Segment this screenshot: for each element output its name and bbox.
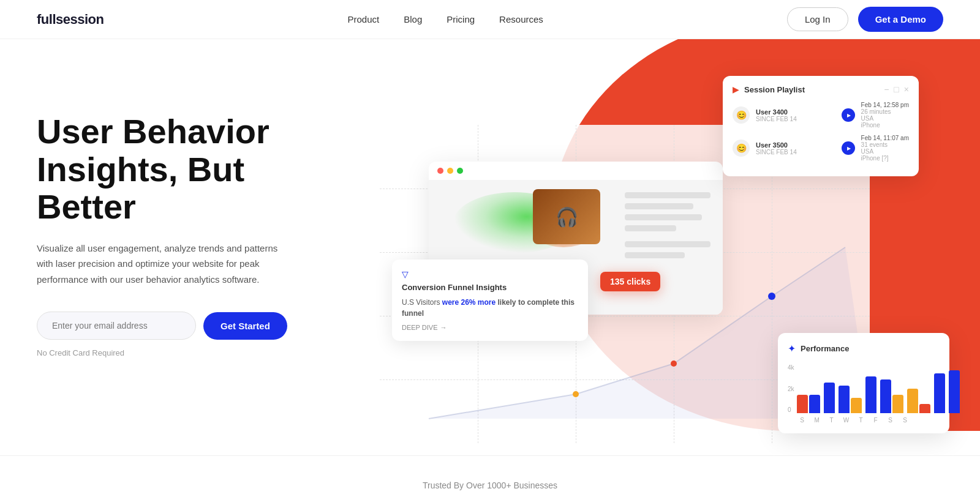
user1-date: Feb 14, 12:58 pm bbox=[861, 102, 909, 108]
nav-resources[interactable]: Resources bbox=[499, 14, 543, 24]
user2-since: SINCE FEB 14 bbox=[756, 149, 835, 155]
bar-red-1 bbox=[797, 395, 808, 413]
perf-y-axis: 4k 2k 0 bbox=[788, 364, 794, 413]
svg-point-2 bbox=[768, 293, 775, 300]
session-row-2: 😊 User 3500 SINCE FEB 14 Feb 14, 11:07 a… bbox=[733, 135, 909, 162]
bar-blue-1 bbox=[809, 395, 820, 413]
svg-point-1 bbox=[671, 361, 677, 367]
bar-blue-6 bbox=[934, 373, 945, 413]
bar-group-s2 bbox=[934, 373, 945, 413]
nav-blog[interactable]: Blog bbox=[404, 14, 422, 24]
skeleton-bar-5 bbox=[625, 241, 710, 247]
hero-section: User Behavior Insights, But Better Visua… bbox=[0, 39, 980, 455]
user2-avatar: 😊 bbox=[733, 140, 750, 157]
x-label-t2: T bbox=[856, 417, 867, 424]
bar-blue-7 bbox=[949, 370, 960, 413]
x-label-s3: S bbox=[900, 417, 911, 424]
minimize-icon[interactable]: − bbox=[884, 84, 889, 94]
user2-device: iPhone [?] bbox=[861, 155, 909, 162]
user1-events: 26 minutes bbox=[861, 108, 909, 115]
perf-card-title: Performance bbox=[801, 344, 849, 353]
bar-blue-5 bbox=[880, 379, 891, 413]
performance-card: ✦ Performance 4k 2k 0 bbox=[778, 333, 949, 433]
user2-time-info: Feb 14, 11:07 am 31 events USA iPhone [?… bbox=[861, 135, 909, 162]
session-playlist-card: ▶ Session Playlist − □ × 😊 User 3400 SIN… bbox=[723, 76, 919, 176]
bar-group-f bbox=[907, 389, 930, 413]
bar-orange-3 bbox=[907, 389, 918, 413]
product-image: 🎧 bbox=[533, 189, 600, 244]
bar-blue-3 bbox=[839, 386, 850, 413]
hero-content: User Behavior Insights, But Better Visua… bbox=[37, 76, 343, 357]
funnel-card-title: Conversion Funnel Insights bbox=[402, 283, 578, 292]
email-input[interactable] bbox=[37, 312, 196, 340]
perf-chart-container: 4k 2k 0 bbox=[788, 364, 940, 424]
logos-section: Trusted By Over 1000+ Businesses ⁘ POLYM… bbox=[0, 455, 980, 497]
window-controls bbox=[429, 162, 723, 180]
x-label-m: M bbox=[812, 417, 823, 424]
bar-orange-1 bbox=[851, 398, 862, 413]
session-card-header: ▶ Session Playlist − □ × bbox=[733, 84, 909, 94]
nav-product[interactable]: Product bbox=[348, 14, 380, 24]
funnel-icon: ▽ bbox=[402, 269, 578, 279]
user1-since: SINCE FEB 14 bbox=[756, 116, 835, 122]
email-cta-row: Get Started bbox=[37, 312, 343, 340]
x-label-s2: S bbox=[885, 417, 896, 424]
x-label-f: F bbox=[870, 417, 881, 424]
funnel-card-text: U.S Visitors were 26% more likely to com… bbox=[402, 297, 578, 319]
y-label-0: 0 bbox=[788, 406, 794, 413]
session-card-controls: − □ × bbox=[884, 84, 909, 94]
svg-point-0 bbox=[573, 391, 579, 397]
bar-group-s1 bbox=[797, 395, 820, 413]
user1-info: User 3400 SINCE FEB 14 bbox=[756, 108, 835, 122]
funnel-deep-dive-link[interactable]: DEEP DIVE → bbox=[402, 324, 578, 331]
skeleton-bar-1 bbox=[625, 192, 710, 198]
hero-title: User Behavior Insights, But Better bbox=[37, 113, 343, 226]
get-demo-button[interactable]: Get a Demo bbox=[858, 7, 943, 32]
nav-pricing[interactable]: Pricing bbox=[447, 14, 475, 24]
skeleton-bar-4 bbox=[625, 225, 676, 231]
user1-play-button[interactable] bbox=[842, 108, 855, 122]
hero-mockups: ▶ Session Playlist − □ × 😊 User 3400 SIN… bbox=[380, 76, 943, 455]
get-started-button[interactable]: Get Started bbox=[203, 312, 287, 340]
bar-red-2 bbox=[919, 404, 930, 413]
no-credit-card-note: No Credit Card Required bbox=[37, 348, 343, 357]
user2-events: 31 events bbox=[861, 141, 909, 148]
user1-id: User 3400 bbox=[756, 108, 835, 116]
user2-country: USA bbox=[861, 148, 909, 155]
user2-date: Feb 14, 11:07 am bbox=[861, 135, 909, 141]
bar-blue-4 bbox=[865, 376, 876, 413]
user1-device: iPhone bbox=[861, 122, 909, 129]
user2-play-button[interactable] bbox=[842, 141, 855, 155]
y-label-4k: 4k bbox=[788, 364, 794, 371]
close-icon[interactable]: × bbox=[904, 84, 909, 94]
maximize-dot bbox=[457, 168, 463, 174]
maximize-icon[interactable]: □ bbox=[894, 84, 899, 94]
clicks-badge: 135 clicks bbox=[600, 272, 660, 291]
x-label-s1: S bbox=[797, 417, 808, 424]
nav-actions: Log In Get a Demo bbox=[787, 7, 943, 32]
bar-group-s3 bbox=[949, 370, 960, 413]
navigation: fullsession Product Blog Pricing Resourc… bbox=[0, 0, 980, 39]
bar-orange-2 bbox=[892, 395, 903, 413]
skeleton-bar-6 bbox=[625, 252, 685, 258]
performance-icon: ✦ bbox=[788, 343, 796, 354]
heatmap-skeleton-bars bbox=[625, 192, 710, 263]
skeleton-bar-3 bbox=[625, 214, 702, 220]
perf-chart-area: S M T W T F S S bbox=[797, 364, 960, 424]
hero-description: Visualize all user engagement, analyze t… bbox=[37, 241, 282, 288]
funnel-card: ▽ Conversion Funnel Insights U.S Visitor… bbox=[392, 260, 588, 341]
nav-links: Product Blog Pricing Resources bbox=[348, 14, 543, 24]
bar-group-t2 bbox=[880, 379, 903, 413]
bar-group-w bbox=[865, 376, 876, 413]
funnel-highlight: were 26% more bbox=[442, 298, 496, 307]
logo[interactable]: fullsession bbox=[37, 12, 104, 28]
x-label-t1: T bbox=[826, 417, 837, 424]
bar-chart bbox=[797, 364, 960, 413]
skeleton-bar-2 bbox=[625, 203, 693, 209]
close-dot bbox=[437, 168, 443, 174]
user1-avatar: 😊 bbox=[733, 106, 750, 124]
user2-info: User 3500 SINCE FEB 14 bbox=[756, 141, 835, 155]
login-button[interactable]: Log In bbox=[787, 7, 848, 31]
bar-group-t1 bbox=[839, 386, 862, 413]
perf-x-axis: S M T W T F S S bbox=[797, 417, 960, 424]
